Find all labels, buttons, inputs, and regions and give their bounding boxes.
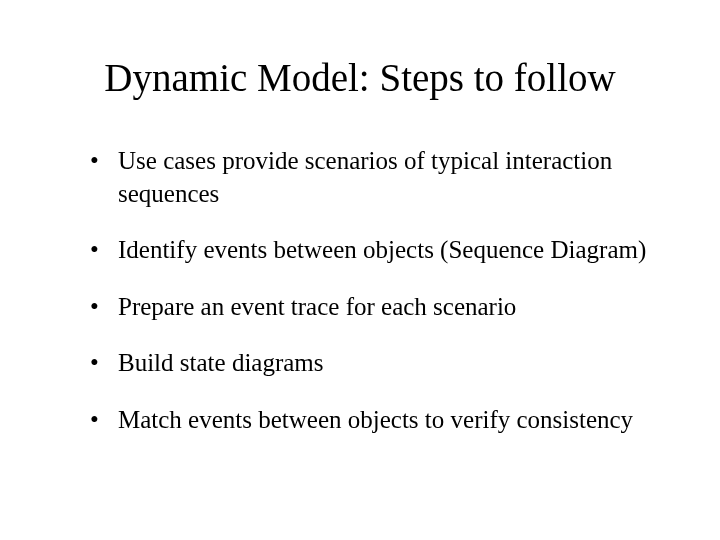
- list-item: Build state diagrams: [90, 347, 660, 380]
- list-item: Use cases provide scenarios of typical i…: [90, 145, 660, 210]
- slide-title: Dynamic Model: Steps to follow: [60, 55, 660, 100]
- bullet-list: Use cases provide scenarios of typical i…: [60, 145, 660, 436]
- list-item: Prepare an event trace for each scenario: [90, 291, 660, 324]
- list-item: Identify events between objects (Sequenc…: [90, 234, 660, 267]
- list-item: Match events between objects to verify c…: [90, 404, 660, 437]
